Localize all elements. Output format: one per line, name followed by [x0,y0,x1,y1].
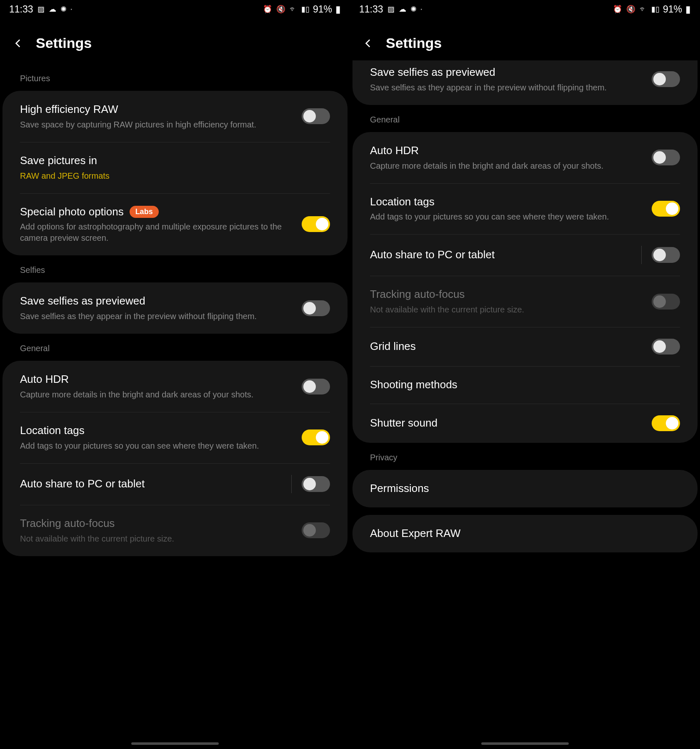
row-title: Grid lines [370,340,643,354]
toggle-save-selfies[interactable] [652,71,680,87]
row-auto-hdr[interactable]: Auto HDR Capture more details in the bri… [2,361,348,412]
mute-icon: 🔇 [626,5,635,14]
row-sub: Capture more details in the bright and d… [20,389,293,400]
toggle-location-tags[interactable] [302,429,330,445]
status-time: 11:33 [9,4,33,15]
row-permissions[interactable]: Permissions [352,470,698,507]
toggle-grid-lines[interactable] [652,339,680,355]
row-about-expert-raw[interactable]: About Expert RAW [352,515,698,552]
section-label-privacy: Privacy [350,443,700,470]
battery-icon: ▮ [685,4,691,15]
row-title: Auto HDR [20,372,293,387]
row-shooting-methods[interactable]: Shooting methods [352,366,698,404]
toggle-tracking-af [302,522,330,538]
row-title: Auto share to PC or tablet [370,248,633,262]
row-sub: Add options for astrophotography and mul… [20,221,293,244]
mute-icon: 🔇 [276,5,285,14]
row-title: Tracking auto-focus [370,287,643,302]
alarm-icon: ⏰ [263,5,272,14]
row-sub: Save selfies as they appear in the previ… [20,311,293,322]
row-title: Shutter sound [370,416,643,430]
row-save-selfies-previewed[interactable]: Save selfies as previewed Save selfies a… [2,282,348,334]
more-dot-icon: • [71,7,72,12]
row-title: Special photo options [20,205,124,219]
row-grid-lines[interactable]: Grid lines [352,327,698,366]
toggle-special-photo[interactable] [302,216,330,232]
section-label-general: General [0,334,350,361]
row-title: About Expert RAW [370,527,672,541]
toggle-high-efficiency-raw[interactable] [302,108,330,124]
row-sub: Save space by capturing RAW pictures in … [20,119,293,130]
labs-badge: Labs [130,206,159,218]
section-label-selfies: Selfies [0,255,350,282]
toggle-auto-hdr[interactable] [302,379,330,394]
row-title: Save pictures in [20,154,322,168]
nav-handle[interactable] [481,742,569,745]
row-tracking-autofocus: Tracking auto-focus Not available with t… [352,276,698,327]
sports-icon: ✺ [60,5,67,14]
row-save-selfies-previewed[interactable]: Save selfies as previewed Save selfies a… [352,60,698,105]
row-title: Location tags [20,424,293,438]
row-sub: Not available with the current picture s… [20,533,293,544]
sports-icon: ✺ [410,5,417,14]
signal-icon: ▮▯ [651,5,660,14]
card-general: Auto HDR Capture more details in the bri… [2,361,348,556]
toggle-auto-hdr[interactable] [652,150,680,165]
back-button[interactable] [362,37,374,49]
toggle-location-tags[interactable] [652,201,680,217]
row-tracking-autofocus: Tracking auto-focus Not available with t… [2,505,348,556]
row-sub: RAW and JPEG formats [20,170,322,182]
page-title: Settings [386,35,442,51]
vertical-divider [641,246,642,264]
card-about: About Expert RAW [352,515,698,552]
card-general: Auto HDR Capture more details in the bri… [352,132,698,443]
row-title: Auto HDR [370,144,643,158]
cloud-icon: ☁ [49,5,56,14]
card-privacy: Permissions [352,470,698,507]
status-left-icons: ▨ ☁ ✺ • [388,5,422,14]
row-sub: Save selfies as they appear in the previ… [370,82,643,93]
row-auto-share[interactable]: Auto share to PC or tablet [352,234,698,276]
toggle-auto-share[interactable] [652,247,680,263]
row-location-tags[interactable]: Location tags Add tags to your pictures … [352,183,698,235]
row-save-pictures-in[interactable]: Save pictures in RAW and JPEG formats [2,142,348,193]
battery-percent: 91% [663,4,682,15]
alarm-icon: ⏰ [613,5,622,14]
row-location-tags[interactable]: Location tags Add tags to your pictures … [2,412,348,463]
screen-left: 11:33 ▨ ☁ ✺ • ⏰ 🔇 ᯤ ▮▯ 91% ▮ Settings Pi… [0,0,350,749]
signal-icon: ▮▯ [301,5,310,14]
status-right-icons: ⏰ 🔇 ᯤ ▮▯ [263,5,310,14]
toggle-auto-share[interactable] [302,476,330,492]
card-selfies: Save selfies as previewed Save selfies a… [352,60,698,105]
toggle-save-selfies[interactable] [302,300,330,316]
toggle-tracking-af [652,294,680,310]
section-label-general: General [350,105,700,132]
wifi-icon: ᯤ [290,5,297,14]
back-button[interactable] [12,37,24,49]
toggle-shutter-sound[interactable] [652,415,680,431]
row-sub: Not available with the current picture s… [370,304,643,315]
status-left-icons: ▨ ☁ ✺ • [38,5,72,14]
row-auto-hdr[interactable]: Auto HDR Capture more details in the bri… [352,132,698,183]
header: Settings [0,18,350,64]
row-title: Location tags [370,195,643,209]
section-label-pictures: Pictures [0,64,350,91]
status-time: 11:33 [359,4,383,15]
row-sub: Capture more details in the bright and d… [370,160,643,172]
row-title: Save selfies as previewed [370,65,643,80]
row-high-efficiency-raw[interactable]: High efficiency RAW Save space by captur… [2,91,348,142]
row-sub: Add tags to your pictures so you can see… [370,211,643,222]
more-dot-icon: • [421,7,422,12]
row-special-photo-options[interactable]: Special photo options Labs Add options f… [2,193,348,256]
row-title: Auto share to PC or tablet [20,477,283,491]
screen-right: 11:33 ▨ ☁ ✺ • ⏰ 🔇 ᯤ ▮▯ 91% ▮ Settings [350,0,700,749]
row-auto-share[interactable]: Auto share to PC or tablet [2,463,348,505]
card-selfies: Save selfies as previewed Save selfies a… [2,282,348,334]
header: Settings [350,18,700,64]
row-shutter-sound[interactable]: Shutter sound [352,404,698,443]
nav-handle[interactable] [131,742,219,745]
battery-percent: 91% [313,4,332,15]
gallery-icon: ▨ [388,5,395,14]
cloud-icon: ☁ [399,5,406,14]
row-title: Permissions [370,482,672,496]
